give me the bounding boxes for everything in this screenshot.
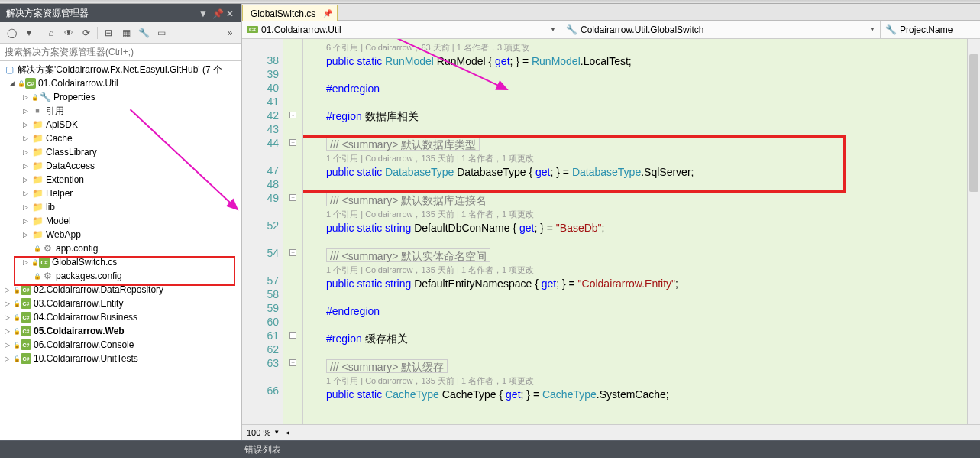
expand-glyph[interactable]: ▷ xyxy=(3,300,11,307)
csproj-icon xyxy=(21,312,31,323)
project-01[interactable]: 01.Coldairarrow.Util xyxy=(38,78,118,89)
code-line: public static CacheType CacheType { get;… xyxy=(326,388,980,401)
line-numbers: 3839404142434447484952545758596061626366 xyxy=(242,39,283,424)
scrollbar-thumb[interactable] xyxy=(969,54,978,192)
codelens[interactable]: 1 个引用 | Coldairarrow，135 天前 | 1 名作者，1 项更… xyxy=(326,151,980,165)
fold-toggle[interactable]: - xyxy=(289,332,296,339)
vertical-scrollbar[interactable] xyxy=(967,39,980,424)
code-line: /// <summary> 默认数据库连接名 xyxy=(326,193,490,206)
chevron-down-icon[interactable]: ▼ xyxy=(273,429,280,436)
folder-extention[interactable]: Extention xyxy=(46,174,84,185)
folder-helper[interactable]: Helper xyxy=(46,188,73,199)
code-line: #region 缓存相关 xyxy=(326,332,980,346)
pin-icon[interactable]: 📌 xyxy=(323,9,332,18)
folder-classlib[interactable]: ClassLibrary xyxy=(46,147,97,157)
collapse-glyph[interactable]: ◢ xyxy=(8,79,15,87)
expand-glyph[interactable]: ▷ xyxy=(21,135,29,142)
tab-globalswitch[interactable]: GlobalSwitch.cs 📌 xyxy=(242,5,338,21)
expand-glyph[interactable]: ▷ xyxy=(21,121,29,128)
class-icon: 🔧 xyxy=(566,24,577,35)
folder-model[interactable]: Model xyxy=(46,216,71,226)
folder-icon xyxy=(31,215,44,227)
sync-icon[interactable]: 👁 xyxy=(60,24,77,41)
expand-glyph[interactable]: ▷ xyxy=(21,231,29,238)
code-content[interactable]: 6 个引用 | Coldairarrow，63 天前 | 1 名作者，3 项更改… xyxy=(303,39,980,424)
folder-dataaccess[interactable]: DataAccess xyxy=(46,161,95,171)
properties-icon[interactable]: 🔧 xyxy=(135,24,152,41)
member-selector[interactable]: 🔧 ProjectName xyxy=(881,21,980,38)
chevron-icon[interactable]: ◂ xyxy=(286,428,289,436)
expand-glyph[interactable]: ▷ xyxy=(21,93,29,101)
forward-icon[interactable]: ▾ xyxy=(21,24,37,41)
code-line: public static string DefaultDbConName { … xyxy=(326,221,980,235)
expand-glyph[interactable]: ▷ xyxy=(3,327,11,335)
file-packages[interactable]: packages.config xyxy=(56,271,122,281)
fold-toggle[interactable]: + xyxy=(289,359,296,366)
search-input[interactable] xyxy=(3,45,238,59)
expand-glyph[interactable]: ▷ xyxy=(3,286,11,294)
folder-icon xyxy=(31,160,44,172)
tab-label: GlobalSwitch.cs xyxy=(251,8,315,19)
collapse-icon[interactable]: ⊟ xyxy=(100,24,117,41)
preview-icon[interactable]: ▭ xyxy=(153,24,170,41)
file-globalswitch[interactable]: GlobalSwitch.cs xyxy=(52,257,117,268)
solution-tree[interactable]: 解决方案'Coldairarrow.Fx.Net.Easyui.GitHub' … xyxy=(0,61,241,440)
dropdown-icon[interactable]: ▼ xyxy=(199,8,208,18)
zoom-value[interactable]: 100 % xyxy=(247,428,270,437)
lock-icon xyxy=(13,286,21,294)
codelens[interactable]: 1 个引用 | Coldairarrow，135 天前 | 1 名作者，1 项更… xyxy=(326,374,980,388)
fold-toggle[interactable]: - xyxy=(289,112,296,118)
overflow-icon[interactable]: » xyxy=(222,24,238,41)
expand-glyph[interactable]: ▷ xyxy=(21,176,29,183)
project-10[interactable]: 10.Coldairarrow.UnitTests xyxy=(34,353,138,364)
project-06[interactable]: 06.Coldairarrow.Console xyxy=(34,339,134,350)
solution-node[interactable]: 解决方案'Coldairarrow.Fx.Net.Easyui.GitHub' … xyxy=(18,63,222,76)
type-selector[interactable]: 🔧 Coldairarrow.Util.GlobalSwitch ▼ xyxy=(561,21,881,38)
code-line: /// <summary> 默认数据库类型 xyxy=(326,137,480,151)
folder-apisdk[interactable]: ApiSDK xyxy=(46,119,78,130)
expand-glyph[interactable]: ▷ xyxy=(21,148,29,156)
expand-glyph[interactable]: ▷ xyxy=(21,217,29,225)
project-05[interactable]: 05.Coldairarrow.Web xyxy=(34,326,125,336)
expand-glyph[interactable]: ▷ xyxy=(21,162,29,170)
fold-toggle[interactable]: + xyxy=(289,139,296,146)
property-icon: 🔧 xyxy=(885,24,897,35)
folder-webapp[interactable]: WebApp xyxy=(46,229,81,240)
fold-column[interactable]: - + + + - + xyxy=(283,39,303,424)
expand-glyph[interactable]: ▷ xyxy=(3,313,11,321)
codelens[interactable]: 1 个引用 | Coldairarrow，135 天前 | 1 名作者，1 项更… xyxy=(326,207,980,221)
expand-glyph[interactable]: ▷ xyxy=(21,190,29,197)
back-icon[interactable]: ◯ xyxy=(3,24,20,41)
project-03[interactable]: 03.Coldairarrow.Entity xyxy=(34,298,123,309)
search-box[interactable] xyxy=(0,44,241,61)
project-02[interactable]: 02.Coldairarrow.DataRepository xyxy=(34,284,163,295)
expand-glyph[interactable]: ▷ xyxy=(21,203,29,211)
home-icon[interactable]: ⌂ xyxy=(43,24,60,41)
lock-icon xyxy=(18,79,25,87)
refresh-icon[interactable]: ⟳ xyxy=(78,24,95,41)
properties-node[interactable]: Properties xyxy=(53,92,95,102)
chevron-down-icon: ▼ xyxy=(869,26,875,33)
close-icon[interactable]: ✕ xyxy=(226,8,235,18)
expand-glyph[interactable]: ▷ xyxy=(3,355,11,362)
fold-toggle[interactable]: + xyxy=(289,249,296,256)
csproj-icon xyxy=(21,339,31,350)
expand-glyph[interactable]: ▷ xyxy=(21,258,29,266)
file-appconfig[interactable]: app.config xyxy=(56,243,98,254)
code-area[interactable]: 3839404142434447484952545758596061626366… xyxy=(242,39,980,424)
references-node[interactable]: 引用 xyxy=(46,105,64,118)
pin-icon[interactable]: 📌 xyxy=(212,8,222,18)
bottom-panel-tab[interactable]: 错误列表 xyxy=(0,440,980,458)
folder-lib[interactable]: lib xyxy=(46,202,55,213)
namespace-selector[interactable]: C# 01.Coldairarrow.Util ▼ xyxy=(242,21,561,38)
fold-toggle[interactable]: + xyxy=(289,194,296,201)
expand-glyph[interactable]: ▷ xyxy=(3,341,11,349)
folder-icon xyxy=(31,229,44,241)
codelens[interactable]: 1 个引用 | Coldairarrow，135 天前 | 1 名作者，1 项更… xyxy=(326,263,980,277)
folder-cache[interactable]: Cache xyxy=(46,133,73,144)
showall-icon[interactable]: ▦ xyxy=(118,24,134,41)
codelens[interactable]: 6 个引用 | Coldairarrow，63 天前 | 1 名作者，3 项更改 xyxy=(326,41,980,54)
expand-glyph[interactable]: ▷ xyxy=(21,107,29,115)
panel-title-bar[interactable]: 解决方案资源管理器 ▼ 📌 ✕ xyxy=(0,4,241,22)
project-04[interactable]: 04.Coldairarrow.Business xyxy=(34,312,137,323)
